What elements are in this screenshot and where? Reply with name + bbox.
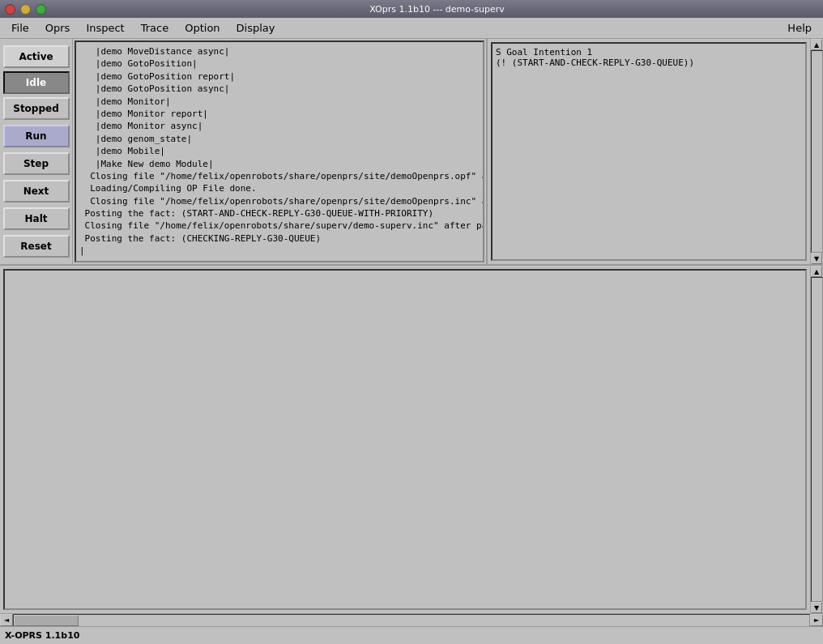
menu-oprs[interactable]: Oprs: [37, 19, 79, 36]
h-scroll-track[interactable]: [13, 614, 810, 626]
menu-option[interactable]: Option: [177, 19, 228, 36]
scroll-track-vertical[interactable]: [811, 50, 823, 253]
step-button[interactable]: Step: [3, 152, 70, 175]
console-output[interactable]: |demo MoveDistance async| |demo GotoPosi…: [75, 41, 484, 262]
next-button[interactable]: Next: [3, 180, 70, 203]
minimize-button[interactable]: [20, 4, 31, 15]
bottom-scroll-up[interactable]: ▲: [811, 266, 822, 277]
menu-inspect[interactable]: Inspect: [78, 19, 132, 36]
menu-file[interactable]: File: [3, 19, 37, 36]
window-title: XOprs 1.1b10 --- demo-superv: [56, 4, 818, 15]
scroll-left-arrow[interactable]: ◄: [0, 614, 13, 626]
scroll-down-arrow[interactable]: ▼: [811, 253, 822, 264]
menu-display[interactable]: Display: [228, 19, 284, 36]
bottom-content: ▲ ▼: [0, 266, 823, 613]
maximize-button[interactable]: [36, 4, 46, 15]
menu-help[interactable]: Help: [779, 19, 820, 36]
reset-button[interactable]: Reset: [3, 235, 70, 258]
active-button[interactable]: Active: [3, 45, 70, 68]
scroll-up-arrow[interactable]: ▲: [811, 39, 822, 50]
goal-intention-display: S Goal Intention 1 (! (START-AND-CHECK-R…: [491, 42, 807, 261]
status-text: X-OPRS 1.1b10: [5, 630, 79, 641]
menu-trace[interactable]: Trace: [133, 19, 177, 36]
right-scrollbar[interactable]: ▲ ▼: [810, 39, 823, 264]
bottom-console[interactable]: [3, 269, 807, 610]
title-bar: XOprs 1.1b10 --- demo-superv: [0, 0, 823, 18]
halt-button[interactable]: Halt: [3, 207, 70, 230]
bottom-right-scrollbar[interactable]: ▲ ▼: [810, 266, 823, 613]
status-bar: X-OPRS 1.1b10: [0, 626, 823, 644]
idle-button[interactable]: Idle: [3, 71, 70, 94]
bottom-scroll-track[interactable]: [811, 277, 823, 602]
horizontal-scrollbar[interactable]: ◄ ►: [0, 613, 823, 626]
right-panel: S Goal Intention 1 (! (START-AND-CHECK-R…: [486, 39, 810, 264]
bottom-scroll-down[interactable]: ▼: [811, 602, 822, 613]
run-button[interactable]: Run: [3, 125, 70, 147]
top-pane: Active Idle Stopped Run Step Next Halt R…: [0, 39, 823, 266]
bottom-area: ▲ ▼ ◄ ►: [0, 266, 823, 626]
stopped-button[interactable]: Stopped: [3, 97, 70, 120]
close-button[interactable]: [5, 4, 15, 15]
console-area: |demo MoveDistance async| |demo GotoPosi…: [73, 39, 486, 264]
menu-bar: File Oprs Inspect Trace Option Display H…: [0, 18, 823, 39]
h-scroll-thumb[interactable]: [14, 615, 79, 626]
sidebar: Active Idle Stopped Run Step Next Halt R…: [0, 39, 73, 264]
scroll-right-arrow[interactable]: ►: [810, 614, 823, 626]
main-content: Active Idle Stopped Run Step Next Halt R…: [0, 39, 823, 626]
